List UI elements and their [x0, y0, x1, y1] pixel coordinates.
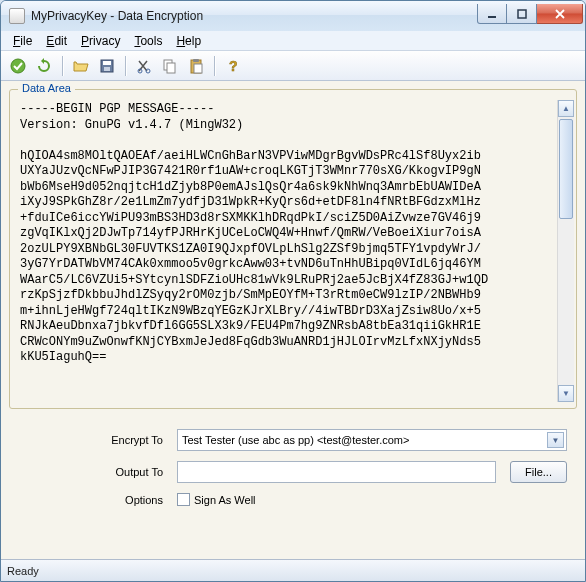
chevron-down-icon: ▼ [552, 436, 560, 445]
minimize-icon [487, 9, 497, 19]
svg-rect-9 [167, 63, 175, 73]
encrypt-to-value: Test Tester (use abc as pp) <test@tester… [182, 434, 409, 446]
refresh-icon [36, 58, 52, 74]
titlebar[interactable]: MyPrivacyKey - Data Encryption [1, 1, 585, 31]
refresh-button[interactable] [33, 55, 55, 77]
scroll-thumb[interactable] [559, 119, 573, 219]
check-circle-icon [10, 58, 26, 74]
data-area-group: Data Area -----BEGIN PGP MESSAGE----- Ve… [9, 89, 577, 409]
toolbar-separator [214, 56, 215, 76]
data-area-text[interactable]: -----BEGIN PGP MESSAGE----- Version: Gnu… [18, 100, 557, 402]
output-to-label: Output To [19, 466, 169, 478]
maximize-icon [517, 9, 527, 19]
menu-tools[interactable]: Tools [128, 33, 168, 49]
menu-help[interactable]: Help [170, 33, 207, 49]
scissors-icon [136, 58, 152, 74]
toolbar-separator [125, 56, 126, 76]
open-button[interactable] [70, 55, 92, 77]
copy-icon [162, 58, 178, 74]
encrypt-to-row: Encrypt To Test Tester (use abc as pp) <… [19, 429, 567, 451]
floppy-disk-icon [99, 58, 115, 74]
toolbar: ? [1, 51, 585, 81]
scroll-track[interactable] [558, 117, 574, 385]
scroll-down-button[interactable]: ▼ [558, 385, 574, 402]
svg-rect-0 [488, 16, 496, 18]
data-area-legend: Data Area [18, 82, 75, 94]
svg-point-2 [11, 59, 25, 73]
close-icon [554, 9, 566, 19]
help-icon: ? [225, 58, 241, 74]
window-title: MyPrivacyKey - Data Encryption [31, 9, 203, 23]
sign-as-well-checkbox[interactable] [177, 493, 190, 506]
svg-rect-1 [518, 10, 526, 18]
minimize-button[interactable] [477, 4, 507, 24]
folder-open-icon [73, 58, 89, 74]
menu-file[interactable]: File [7, 33, 38, 49]
close-button[interactable] [537, 4, 583, 24]
save-button[interactable] [96, 55, 118, 77]
window-controls [477, 4, 583, 24]
menu-privacy[interactable]: Privacy [75, 33, 126, 49]
output-to-input[interactable] [177, 461, 496, 483]
svg-rect-4 [103, 61, 111, 65]
cut-button[interactable] [133, 55, 155, 77]
sign-as-well-label: Sign As Well [194, 494, 256, 506]
svg-rect-12 [194, 64, 202, 73]
paste-button[interactable] [185, 55, 207, 77]
statusbar: Ready [1, 559, 585, 581]
app-window: MyPrivacyKey - Data Encryption File Edit… [0, 0, 586, 582]
form-area: Encrypt To Test Tester (use abc as pp) <… [9, 423, 577, 506]
copy-button[interactable] [159, 55, 181, 77]
client-area: Data Area -----BEGIN PGP MESSAGE----- Ve… [1, 81, 585, 559]
app-icon [9, 8, 25, 24]
encrypt-to-label: Encrypt To [19, 434, 169, 446]
toolbar-separator [62, 56, 63, 76]
svg-text:?: ? [229, 58, 238, 74]
file-browse-button[interactable]: File... [510, 461, 567, 483]
encrypt-to-combo[interactable]: Test Tester (use abc as pp) <test@tester… [177, 429, 567, 451]
menubar: File Edit Privacy Tools Help [1, 31, 585, 51]
svg-rect-11 [193, 59, 199, 62]
output-to-row: Output To File... [19, 461, 567, 483]
status-text: Ready [7, 565, 39, 577]
encrypt-button[interactable] [7, 55, 29, 77]
paste-icon [188, 58, 204, 74]
scroll-up-button[interactable]: ▲ [558, 100, 574, 117]
maximize-button[interactable] [507, 4, 537, 24]
options-label: Options [19, 494, 169, 506]
menu-edit[interactable]: Edit [40, 33, 73, 49]
help-button[interactable]: ? [222, 55, 244, 77]
svg-rect-5 [104, 67, 110, 71]
combo-dropdown-button[interactable]: ▼ [547, 432, 564, 448]
options-row: Options Sign As Well [19, 493, 567, 506]
vertical-scrollbar[interactable]: ▲ ▼ [557, 100, 574, 402]
